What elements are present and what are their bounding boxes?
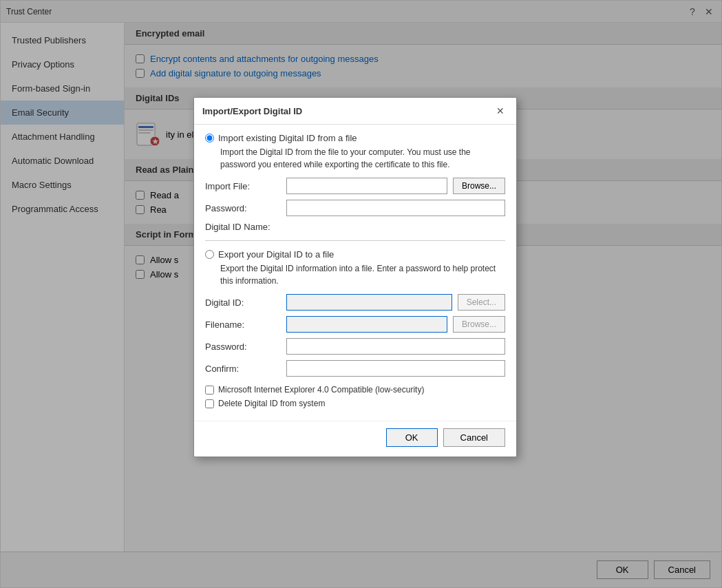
ie-compat-checkbox[interactable] bbox=[205, 386, 214, 395]
import-description: Import the Digital ID from the file to y… bbox=[220, 146, 505, 171]
import-password-input[interactable] bbox=[286, 200, 505, 216]
delete-id-row: Delete Digital ID from system bbox=[205, 399, 505, 408]
import-password-row: Password: bbox=[205, 200, 505, 216]
dialog-cancel-button[interactable]: Cancel bbox=[443, 428, 505, 447]
import-export-dialog: Import/Export Digital ID ✕ Import existi… bbox=[193, 97, 517, 457]
import-radio-row: Import existing Digital ID from a file bbox=[205, 133, 505, 143]
export-radio-row: Export your Digital ID to a file bbox=[205, 249, 505, 260]
export-browse-button[interactable]: Browse... bbox=[453, 316, 505, 333]
export-section: Export your Digital ID to a file Export … bbox=[205, 249, 505, 377]
export-radio-label: Export your Digital ID to a file bbox=[218, 249, 334, 260]
export-password-row: Password: bbox=[205, 338, 505, 355]
export-description: Export the Digital ID information into a… bbox=[220, 262, 505, 287]
export-select-button[interactable]: Select... bbox=[458, 294, 505, 311]
export-filename-label: Filename: bbox=[205, 319, 281, 330]
dialog-close-button[interactable]: ✕ bbox=[493, 103, 508, 118]
dialog-buttons: OK Cancel bbox=[194, 421, 516, 456]
export-digital-id-input[interactable] bbox=[286, 294, 452, 311]
modal-overlay: Import/Export Digital ID ✕ Import existi… bbox=[1, 1, 721, 587]
import-file-input[interactable] bbox=[286, 178, 447, 194]
delete-id-label: Delete Digital ID from system bbox=[218, 399, 325, 408]
dialog-divider bbox=[205, 240, 505, 241]
dialog-title-bar: Import/Export Digital ID ✕ bbox=[194, 98, 516, 125]
export-digital-id-label: Digital ID: bbox=[205, 297, 281, 308]
import-password-label: Password: bbox=[205, 203, 281, 213]
export-filename-input[interactable] bbox=[286, 316, 447, 333]
dialog-body: Import existing Digital ID from a file I… bbox=[194, 125, 516, 421]
import-file-row: Import File: Browse... bbox=[205, 178, 505, 194]
import-id-name-row: Digital ID Name: bbox=[205, 222, 505, 232]
ie-compat-row: Microsoft Internet Explorer 4.0 Compatib… bbox=[205, 385, 505, 395]
dialog-title: Import/Export Digital ID bbox=[202, 106, 302, 116]
import-browse-button[interactable]: Browse... bbox=[453, 178, 505, 194]
import-file-label: Import File: bbox=[205, 181, 281, 191]
import-section: Import existing Digital ID from a file I… bbox=[205, 133, 505, 232]
export-password-input[interactable] bbox=[286, 338, 505, 355]
export-password-label: Password: bbox=[205, 342, 281, 352]
export-confirm-input[interactable] bbox=[286, 360, 505, 377]
dialog-ok-button[interactable]: OK bbox=[386, 428, 438, 447]
ie-compat-label: Microsoft Internet Explorer 4.0 Compatib… bbox=[218, 385, 424, 395]
export-confirm-row: Confirm: bbox=[205, 360, 505, 377]
export-digital-id-row: Digital ID: Select... bbox=[205, 294, 505, 311]
delete-id-checkbox[interactable] bbox=[205, 399, 214, 408]
import-radio[interactable] bbox=[205, 134, 214, 143]
export-confirm-label: Confirm: bbox=[205, 364, 281, 374]
export-radio[interactable] bbox=[205, 250, 214, 259]
trust-center-window: Trust Center ? ✕ Trusted Publishers Priv… bbox=[0, 0, 722, 588]
import-radio-label: Import existing Digital ID from a file bbox=[218, 133, 357, 143]
export-filename-row: Filename: Browse... bbox=[205, 316, 505, 333]
import-id-name-label: Digital ID Name: bbox=[205, 222, 281, 232]
